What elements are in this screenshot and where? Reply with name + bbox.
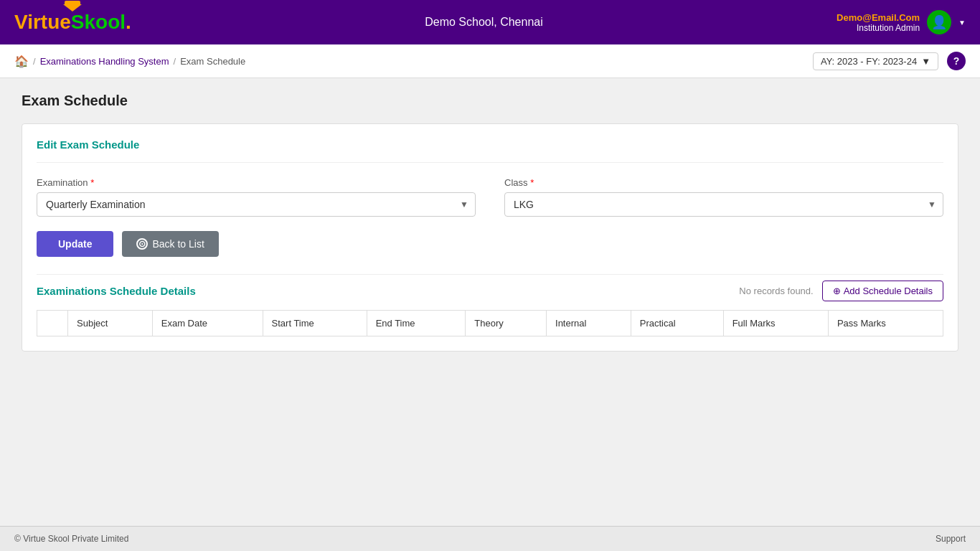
back-button-label: Back to List — [152, 238, 204, 250]
schedule-table: Subject Exam Date Start Time End Time Th… — [37, 310, 943, 336]
logo-virtue-text: Virtue — [14, 11, 71, 33]
app-header: VirtueSkool. Demo School, Chennai Demo@E… — [0, 0, 980, 44]
breadcrumb: 🏠 / Examinations Handling System / Exam … — [14, 55, 245, 68]
add-schedule-button[interactable]: ⊕ Add Schedule Details — [822, 281, 943, 301]
col-checkbox — [37, 311, 68, 336]
col-end-time: End Time — [367, 311, 466, 336]
home-icon[interactable]: 🏠 — [14, 55, 29, 68]
schedule-details-header: Examinations Schedule Details No records… — [37, 274, 943, 301]
main-content: Exam Schedule Edit Exam Schedule Examina… — [0, 78, 980, 526]
schedule-section-title: Examinations Schedule Details — [37, 285, 196, 297]
class-label: Class * — [504, 177, 943, 188]
col-practical: Practical — [631, 311, 723, 336]
user-email: Demo@Email.Com — [837, 12, 920, 23]
class-select[interactable]: LKG — [504, 192, 943, 217]
col-internal: Internal — [547, 311, 631, 336]
form-row: Examination * Quarterly Examination ▼ Cl… — [37, 177, 943, 217]
user-role: Institution Admin — [837, 23, 920, 33]
col-start-time: Start Time — [263, 311, 367, 336]
breadcrumb-link-exams[interactable]: Examinations Handling System — [40, 56, 169, 67]
footer-support[interactable]: Support — [936, 534, 966, 544]
breadcrumb-right: AY: 2023 - FY: 2023-24 ▼ ? — [813, 52, 966, 70]
class-required: * — [530, 177, 534, 188]
table-header: Subject Exam Date Start Time End Time Th… — [37, 311, 943, 336]
user-info: Demo@Email.Com Institution Admin — [837, 12, 920, 33]
examination-group: Examination * Quarterly Examination ▼ — [37, 177, 476, 217]
examination-select-wrapper: Quarterly Examination ▼ — [37, 192, 476, 217]
no-records-label: No records found. — [739, 286, 813, 296]
add-circle-icon: ⊕ — [833, 286, 841, 296]
ay-selector[interactable]: AY: 2023 - FY: 2023-24 ▼ — [813, 52, 938, 70]
chevron-down-icon[interactable]: ▼ — [958, 19, 966, 27]
add-schedule-label: Add Schedule Details — [844, 286, 933, 296]
divider-1 — [37, 162, 943, 163]
col-subject: Subject — [68, 311, 153, 336]
separator-1: / — [33, 56, 36, 67]
ay-label: AY: 2023 - FY: 2023-24 — [821, 56, 917, 67]
edit-section-title: Edit Exam Schedule — [37, 138, 943, 151]
school-name: Demo School, Chennai — [425, 16, 543, 29]
ay-chevron-icon: ▼ — [921, 56, 930, 67]
logo-dot: . — [126, 11, 131, 33]
help-button[interactable]: ? — [947, 52, 966, 70]
logo-skool-text: Skool — [71, 11, 126, 33]
back-circle-icon: ⊙ — [136, 238, 148, 250]
col-full-marks: Full Marks — [723, 311, 828, 336]
avatar[interactable]: 👤 — [927, 10, 951, 34]
back-to-list-button[interactable]: ⊙ Back to List — [122, 231, 218, 257]
class-group: Class * LKG ▼ — [504, 177, 943, 217]
separator-2: / — [174, 56, 176, 67]
header-user-section: Demo@Email.Com Institution Admin 👤 ▼ — [837, 10, 966, 34]
breadcrumb-current: Exam Schedule — [180, 56, 245, 67]
examination-required: * — [90, 177, 94, 188]
breadcrumb-bar: 🏠 / Examinations Handling System / Exam … — [0, 44, 980, 78]
col-theory: Theory — [466, 311, 547, 336]
page-title: Exam Schedule — [22, 93, 958, 109]
footer-copyright: © Virtue Skool Private Limited — [14, 534, 128, 544]
col-exam-date: Exam Date — [152, 311, 263, 336]
button-row: Update ⊙ Back to List — [37, 231, 943, 257]
exam-schedule-card: Edit Exam Schedule Examination * Quarter… — [22, 123, 958, 352]
table-header-row: Subject Exam Date Start Time End Time Th… — [37, 311, 943, 336]
footer: © Virtue Skool Private Limited Support — [0, 526, 980, 551]
schedule-header-right: No records found. ⊕ Add Schedule Details — [739, 281, 943, 301]
col-pass-marks: Pass Marks — [828, 311, 943, 336]
examination-label: Examination * — [37, 177, 476, 188]
class-select-wrapper: LKG ▼ — [504, 192, 943, 217]
graduation-cap-icon — [63, 1, 82, 11]
examination-select[interactable]: Quarterly Examination — [37, 192, 476, 217]
logo: VirtueSkool. — [14, 11, 131, 34]
update-button[interactable]: Update — [37, 231, 113, 257]
